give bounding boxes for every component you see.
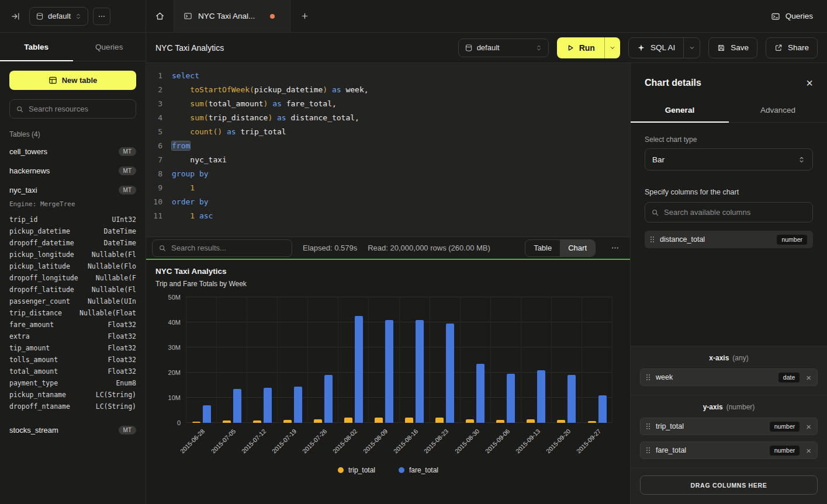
results-search-input[interactable] bbox=[171, 244, 286, 252]
database-selector-value: default bbox=[48, 12, 71, 20]
bar-fare_total bbox=[233, 389, 241, 423]
view-toggle-table[interactable]: Table bbox=[525, 240, 560, 256]
chevron-down-icon bbox=[688, 44, 695, 51]
sql-ai-button[interactable]: SQL AI bbox=[629, 38, 683, 58]
column-chip[interactable]: distance_totalnumber bbox=[645, 231, 813, 248]
new-tab-button[interactable] bbox=[290, 0, 319, 32]
y-axis-hint: (number) bbox=[726, 403, 755, 411]
chart-area: 010M20M30M40M50M 2015-06-282015-07-05201… bbox=[155, 294, 621, 500]
remove-column-button[interactable]: × bbox=[806, 373, 811, 383]
remove-column-button[interactable]: × bbox=[806, 422, 811, 432]
search-icon bbox=[651, 208, 659, 217]
engine-type-badge: MT bbox=[119, 147, 136, 156]
column-chip[interactable]: fare_totalnumber× bbox=[640, 442, 818, 459]
drop-zone[interactable]: DRAG COLUMNS HERE bbox=[640, 475, 818, 495]
editor-line: 2 toStartOfWeek(pickup_datetime) as week… bbox=[146, 83, 630, 97]
save-label: Save bbox=[731, 43, 749, 52]
tab-nyc-taxi-analytics[interactable]: NYC Taxi Anal... bbox=[174, 0, 290, 32]
column-name: tolls_amount bbox=[9, 354, 58, 366]
column-row: tip_amountFloat32 bbox=[9, 342, 136, 354]
x-label-slot: 2015-08-09 bbox=[369, 423, 399, 466]
remove-column-button[interactable]: × bbox=[806, 446, 811, 456]
columns-search-input[interactable] bbox=[664, 208, 807, 217]
column-name: trip_distance bbox=[9, 307, 62, 319]
results-more-button[interactable] bbox=[606, 244, 624, 252]
legend-item: fare_total bbox=[399, 466, 438, 474]
table-row[interactable]: cell_towersMT bbox=[9, 142, 136, 161]
table-row[interactable]: nyc_taxiMT bbox=[9, 180, 136, 200]
column-row: dropoff_datetimeDateTime bbox=[9, 237, 136, 249]
run-label: Run bbox=[579, 43, 595, 53]
queries-icon bbox=[771, 12, 780, 21]
column-type: Float32 bbox=[108, 354, 136, 366]
panel-tabs: General Advanced bbox=[631, 98, 827, 123]
code-text: select bbox=[172, 69, 199, 83]
column-type: Nullable(Fl bbox=[92, 284, 136, 296]
columns-label: Specify columns for the chart bbox=[645, 188, 813, 196]
column-chip[interactable]: weekdate× bbox=[640, 369, 818, 386]
line-number: 11 bbox=[146, 209, 162, 223]
share-icon bbox=[774, 44, 783, 52]
code-text: count() as trip_total bbox=[172, 125, 286, 139]
legend-label: fare_total bbox=[409, 466, 438, 474]
query-tab-icon bbox=[184, 12, 192, 20]
share-button[interactable]: Share bbox=[766, 37, 818, 58]
view-toggle-chart[interactable]: Chart bbox=[560, 240, 595, 256]
sql-ai-options-button[interactable] bbox=[683, 38, 700, 58]
editor-line: 7 nyc_taxi bbox=[146, 153, 630, 167]
table-name: cell_towers bbox=[9, 147, 47, 156]
column-name: pickup_ntaname bbox=[9, 389, 66, 401]
collapse-sidebar-button[interactable] bbox=[7, 8, 25, 25]
ellipsis-icon bbox=[98, 12, 106, 20]
resources-search[interactable] bbox=[9, 99, 136, 119]
x-label-slot: 2015-07-05 bbox=[216, 423, 247, 466]
read-stat: Read: 20,000,000 rows (260.00 MB) bbox=[368, 244, 490, 252]
query-header: NYC Taxi Analytics default Ru bbox=[146, 33, 827, 63]
column-row: tolls_amountFloat32 bbox=[9, 354, 136, 366]
panel-tab-advanced[interactable]: Advanced bbox=[729, 98, 827, 122]
column-type: LC(String) bbox=[96, 389, 136, 401]
body: Tables Queries New table Tables (4) bbox=[0, 33, 827, 504]
columns-search[interactable] bbox=[645, 202, 813, 223]
table-engine: Engine: MergeTree bbox=[9, 200, 136, 213]
table-row[interactable]: hackernewsMT bbox=[9, 161, 136, 180]
sql-editor[interactable]: 1select2 toStartOfWeek(pickup_datetime) … bbox=[146, 63, 630, 237]
column-name: total_amount bbox=[9, 366, 58, 377]
column-row: dropoff_latitudeNullable(Fl bbox=[9, 284, 136, 296]
sidebar-tab-queries[interactable]: Queries bbox=[73, 33, 146, 61]
type-badge: number bbox=[777, 235, 807, 245]
resources-search-input[interactable] bbox=[29, 105, 130, 113]
run-options-button[interactable] bbox=[605, 37, 620, 58]
chart-type-value: Bar bbox=[652, 155, 665, 164]
queries-button[interactable]: Queries bbox=[757, 0, 827, 32]
engine-type-badge: MT bbox=[119, 186, 136, 194]
panel-tab-general[interactable]: General bbox=[631, 98, 729, 122]
database-selector[interactable]: default bbox=[29, 7, 88, 26]
y-tick-label: 0 bbox=[177, 419, 181, 426]
table-row[interactable]: stocks_streamMT bbox=[9, 420, 136, 440]
column-name: extra bbox=[9, 331, 30, 342]
chart-type-select[interactable]: Bar bbox=[645, 148, 813, 171]
new-table-button[interactable]: New table bbox=[9, 71, 136, 90]
run-button[interactable]: Run bbox=[557, 37, 605, 58]
column-type: Nullable(Float bbox=[79, 307, 136, 319]
home-button[interactable] bbox=[146, 0, 174, 32]
close-icon[interactable]: × bbox=[806, 77, 813, 89]
column-row: pickup_datetimeDateTime bbox=[9, 225, 136, 237]
results-search[interactable] bbox=[152, 239, 292, 257]
sidebar-more-button[interactable] bbox=[93, 8, 110, 25]
bar-fare_total bbox=[264, 388, 272, 423]
ellipsis-icon bbox=[611, 244, 620, 252]
save-button[interactable]: Save bbox=[708, 37, 757, 58]
header-database-selector[interactable]: default bbox=[458, 39, 549, 57]
chart-category bbox=[308, 297, 338, 423]
code-text: group by bbox=[172, 167, 209, 181]
x-label-slot: 2015-08-30 bbox=[460, 423, 490, 466]
topbar: default NYC Taxi Anal... bbox=[0, 0, 827, 33]
bar-fare_total bbox=[537, 370, 545, 423]
sparkle-icon bbox=[637, 44, 645, 52]
type-badge: number bbox=[770, 446, 800, 456]
column-chip[interactable]: trip_totalnumber× bbox=[640, 418, 818, 435]
sidebar-tab-tables[interactable]: Tables bbox=[0, 33, 73, 61]
editor-line: 11 1 asc bbox=[146, 209, 630, 223]
